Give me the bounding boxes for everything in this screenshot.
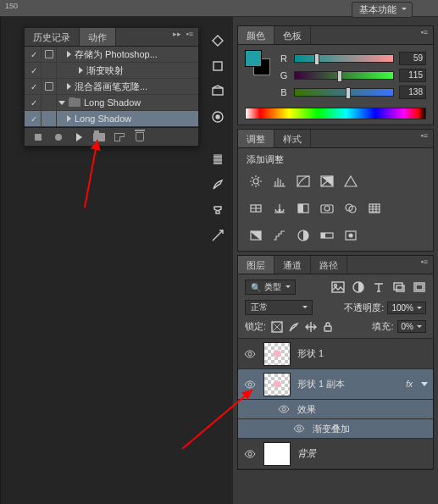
brush-tool-icon[interactable] (208, 174, 228, 195)
filter-smart-icon[interactable] (413, 281, 426, 293)
tool-icon[interactable] (208, 107, 228, 127)
layer-thumbnail[interactable]: ♥ (263, 342, 291, 366)
filter-pixel-icon[interactable] (331, 281, 345, 293)
tab-styles[interactable]: 样式 (274, 130, 311, 147)
workspace-switcher[interactable]: 基本功能 (352, 2, 413, 18)
check-icon[interactable] (30, 81, 37, 91)
panel-menu[interactable]: ▸▸▪≡ (169, 28, 197, 40)
layer-name[interactable]: 背景 (297, 447, 428, 460)
dialog-toggle-icon[interactable] (45, 82, 53, 91)
layer-row[interactable]: ♥ 形状 1 副本 fx (238, 369, 433, 400)
photo-filter-icon[interactable] (318, 200, 336, 217)
tool-icon[interactable] (208, 56, 228, 76)
exposure-icon[interactable] (318, 173, 336, 190)
tool-icon[interactable] (208, 200, 228, 220)
fx-group-row[interactable]: 效果 (238, 400, 433, 419)
expand-icon[interactable] (67, 51, 71, 58)
layer-thumbnail[interactable]: ♥ (263, 373, 291, 396)
vibrance-icon[interactable] (341, 173, 360, 190)
filter-type-icon[interactable] (372, 281, 385, 293)
fx-badge[interactable]: fx (406, 379, 413, 389)
color-balance-icon[interactable] (270, 200, 289, 217)
tool-icon[interactable] (208, 30, 228, 51)
fx-expand-icon[interactable] (421, 382, 428, 386)
new-action-button[interactable] (109, 130, 130, 145)
tool-icon[interactable] (208, 225, 228, 246)
expand-icon[interactable] (67, 115, 71, 122)
layer-row[interactable]: 背景 (238, 439, 433, 469)
visibility-toggle[interactable] (243, 378, 257, 391)
panel-menu[interactable]: ▪≡ (418, 256, 431, 268)
action-row[interactable]: 混合器画笔克隆... (25, 79, 198, 95)
tab-swatches[interactable]: 色板 (274, 26, 311, 44)
lock-all-icon[interactable] (322, 321, 334, 333)
tab-history[interactable]: 历史记录 (25, 28, 80, 46)
selective-color-icon[interactable] (341, 227, 360, 244)
tab-layers[interactable]: 图层 (238, 256, 274, 274)
dialog-toggle-icon[interactable] (45, 50, 53, 58)
tab-color[interactable]: 颜色 (238, 26, 274, 44)
check-icon[interactable] (30, 97, 37, 108)
record-button[interactable] (48, 130, 69, 145)
check-icon[interactable] (30, 114, 37, 124)
panel-menu[interactable]: ▪≡ (418, 130, 431, 141)
g-value[interactable]: 115 (399, 69, 426, 82)
lock-transparent-icon[interactable] (271, 321, 283, 333)
blend-mode-dropdown[interactable]: 正常 (245, 300, 313, 315)
lock-paint-icon[interactable] (288, 321, 300, 333)
layer-name[interactable]: 形状 1 (297, 347, 428, 360)
fx-item-row[interactable]: 渐变叠加 (238, 419, 433, 439)
check-icon[interactable] (30, 65, 37, 75)
play-button[interactable] (69, 130, 89, 145)
visibility-toggle[interactable] (277, 402, 291, 416)
action-row[interactable]: Long Shadow (25, 111, 198, 127)
b-value[interactable]: 138 (399, 86, 426, 99)
levels-icon[interactable] (270, 173, 289, 190)
expand-icon[interactable] (79, 67, 83, 74)
visibility-toggle[interactable] (292, 422, 306, 435)
fg-bg-swatch[interactable] (245, 50, 270, 75)
tab-channels[interactable]: 通道 (274, 256, 311, 274)
action-row[interactable]: 存储为 Photoshop... (25, 47, 198, 63)
layer-filter-type[interactable]: 🔍类型 (245, 280, 296, 295)
tab-paths[interactable]: 路径 (311, 256, 347, 274)
action-row[interactable]: 渐变映射 (25, 63, 198, 79)
filter-shape-icon[interactable] (392, 281, 406, 293)
layer-thumbnail[interactable] (263, 442, 291, 466)
action-row[interactable]: Long Shadow (25, 95, 198, 111)
new-set-button[interactable] (89, 130, 109, 145)
color-spectrum[interactable] (245, 108, 426, 119)
color-lookup-icon[interactable] (365, 200, 384, 217)
tool-icon[interactable] (208, 81, 228, 102)
stop-button[interactable] (28, 130, 48, 145)
curves-icon[interactable] (294, 173, 313, 190)
brightness-icon[interactable] (247, 173, 265, 190)
expand-icon[interactable] (58, 101, 65, 105)
layer-name[interactable]: 形状 1 副本 (297, 378, 399, 390)
g-slider[interactable] (294, 71, 394, 80)
tool-icon[interactable] (208, 149, 228, 169)
r-slider[interactable] (294, 54, 394, 63)
layer-row[interactable]: ♥ 形状 1 (238, 339, 433, 369)
tab-adjustments[interactable]: 调整 (238, 130, 274, 147)
delete-button[interactable] (130, 130, 150, 145)
filter-adjust-icon[interactable] (352, 281, 365, 293)
threshold-icon[interactable] (294, 227, 313, 244)
r-value[interactable]: 59 (399, 52, 426, 65)
fill-value[interactable]: 0% (397, 320, 426, 333)
panel-menu[interactable]: ▪≡ (418, 26, 431, 38)
opacity-value[interactable]: 100% (387, 302, 426, 314)
expand-icon[interactable] (67, 83, 71, 90)
hue-icon[interactable] (247, 200, 265, 217)
check-icon[interactable] (30, 49, 37, 59)
visibility-toggle[interactable] (243, 447, 257, 461)
tab-actions[interactable]: 动作 (80, 28, 116, 46)
bw-icon[interactable] (294, 200, 313, 217)
visibility-toggle[interactable] (243, 347, 257, 361)
gradient-map-icon[interactable] (318, 227, 336, 244)
channel-mixer-icon[interactable] (341, 200, 360, 217)
b-slider[interactable] (294, 88, 394, 97)
posterize-icon[interactable] (270, 227, 289, 244)
lock-position-icon[interactable] (305, 321, 317, 333)
invert-icon[interactable] (247, 227, 265, 244)
